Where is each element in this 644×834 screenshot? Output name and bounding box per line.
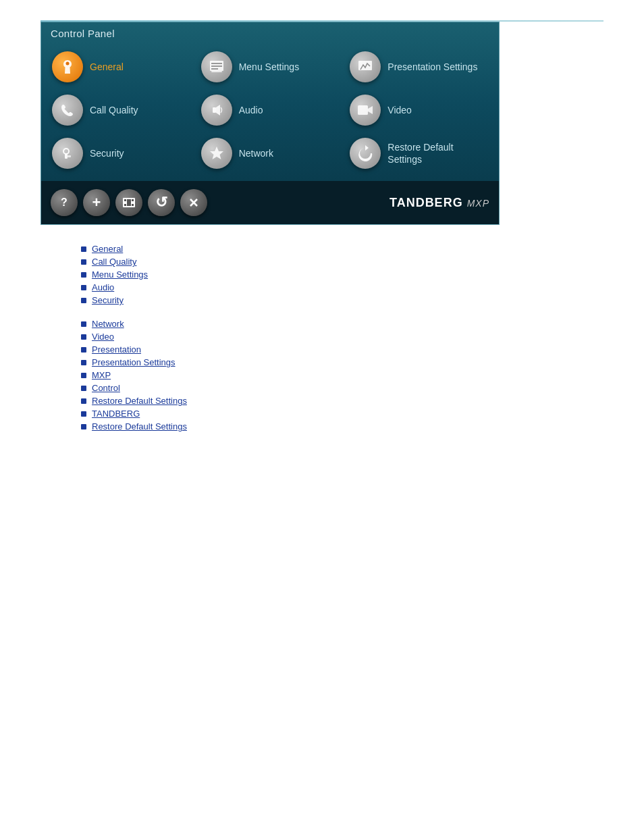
link-general[interactable]: General — [92, 244, 123, 254]
video-label: Video — [387, 104, 412, 116]
restore-icon — [350, 138, 381, 169]
svg-rect-12 — [65, 153, 68, 159]
list-item: Presentation — [81, 344, 603, 355]
logo-suffix: MXP — [467, 198, 489, 209]
bullet-icon — [81, 424, 86, 429]
cp-item-general[interactable]: General — [48, 49, 194, 85]
cp-item-presentation[interactable]: Presentation Settings — [346, 49, 492, 85]
list-item: Restore Default Settings — [81, 421, 603, 432]
link-call-quality[interactable]: Call Quality — [92, 257, 136, 267]
security-label: Security — [90, 147, 124, 159]
svg-rect-18 — [132, 199, 134, 201]
list-item: Control — [81, 383, 603, 393]
list-item: Audio — [81, 282, 603, 292]
bullet-icon — [81, 334, 86, 340]
svg-rect-4 — [211, 66, 222, 67]
list-item: Menu Settings — [81, 269, 603, 280]
list-item: Restore Default Settings — [81, 396, 603, 406]
list-item: MXP — [81, 370, 603, 380]
bullet-icon — [81, 285, 86, 290]
svg-rect-17 — [124, 204, 126, 206]
link-group-1: General Call Quality Menu Settings Audio… — [81, 244, 603, 305]
svg-point-11 — [63, 149, 69, 154]
close-button[interactable] — [180, 189, 207, 216]
cp-item-video[interactable]: Video — [346, 92, 492, 128]
cp-item-security[interactable]: Security — [48, 135, 194, 172]
bullet-icon — [81, 411, 86, 417]
link-control[interactable]: Control — [92, 383, 120, 393]
call-quality-icon — [52, 95, 83, 126]
general-label: General — [90, 61, 124, 73]
tandberg-logo: TANDBERG MXP — [390, 196, 489, 210]
svg-rect-13 — [68, 155, 71, 157]
links-section: General Call Quality Menu Settings Audio… — [41, 244, 603, 432]
list-item: TANDBERG — [81, 409, 603, 419]
link-presentation-settings[interactable]: Presentation Settings — [92, 357, 176, 367]
logo-text: TANDBERG — [390, 196, 463, 209]
svg-rect-5 — [211, 68, 218, 70]
bullet-icon — [81, 246, 86, 252]
link-security[interactable]: Security — [92, 295, 124, 305]
control-panel-toolbar: ? + ↺ TANDBERG — [41, 181, 499, 224]
link-audio[interactable]: Audio — [92, 282, 114, 292]
audio-label: Audio — [239, 104, 263, 116]
video-icon — [350, 95, 381, 126]
svg-marker-8 — [216, 105, 220, 115]
security-icon — [52, 138, 83, 169]
cp-item-menu-settings[interactable]: Menu Settings — [197, 49, 344, 85]
bullet-icon — [81, 272, 86, 278]
list-item: Video — [81, 332, 603, 342]
list-item: General — [81, 244, 603, 254]
menu-settings-icon — [201, 51, 232, 82]
refresh-button[interactable]: ↺ — [148, 189, 175, 216]
svg-rect-7 — [213, 107, 216, 113]
network-label: Network — [239, 147, 273, 159]
link-network[interactable]: Network — [92, 319, 124, 329]
link-menu-settings[interactable]: Menu Settings — [92, 269, 148, 280]
cp-item-network[interactable]: Network — [197, 135, 344, 172]
network-icon — [201, 138, 232, 169]
svg-rect-20 — [127, 199, 131, 206]
link-restore-default-settings[interactable]: Restore Default Settings — [92, 396, 187, 406]
bullet-icon — [81, 386, 86, 391]
bullet-icon — [81, 347, 86, 353]
bullet-icon — [81, 360, 86, 365]
control-panel: Control Panel General — [41, 22, 500, 225]
cp-item-restore[interactable]: Restore Default Settings — [346, 135, 492, 172]
menu-settings-label: Menu Settings — [239, 61, 300, 73]
link-mxp[interactable]: MXP — [92, 370, 111, 380]
link-video[interactable]: Video — [92, 332, 114, 342]
link-presentation[interactable]: Presentation — [92, 344, 141, 355]
svg-rect-2 — [211, 71, 222, 72]
list-item: Security — [81, 295, 603, 305]
svg-rect-3 — [211, 63, 222, 64]
list-item: Network — [81, 319, 603, 329]
svg-point-0 — [66, 62, 70, 66]
link-group-2: Network Video Presentation Presentation … — [81, 319, 603, 432]
presentation-label: Presentation Settings — [387, 61, 477, 73]
bullet-icon — [81, 259, 86, 265]
svg-rect-16 — [124, 199, 126, 201]
control-panel-grid: General Menu Settings — [41, 43, 499, 181]
list-item: Presentation Settings — [81, 357, 603, 367]
bullet-icon — [81, 321, 86, 327]
restore-label: Restore Default Settings — [387, 141, 488, 165]
svg-marker-14 — [210, 147, 223, 159]
control-panel-title: Control Panel — [41, 22, 499, 43]
cp-item-audio[interactable]: Audio — [197, 92, 344, 128]
add-button[interactable]: + — [83, 189, 110, 216]
bullet-icon — [81, 298, 86, 303]
presentation-icon — [350, 51, 381, 82]
bullet-icon — [81, 398, 86, 404]
bullet-icon — [81, 373, 86, 378]
link-restore-default-settings-2[interactable]: Restore Default Settings — [92, 421, 187, 432]
film-button[interactable] — [115, 189, 142, 216]
audio-icon — [201, 95, 232, 126]
cp-item-call-quality[interactable]: Call Quality — [48, 92, 194, 128]
svg-rect-9 — [358, 105, 368, 115]
svg-rect-19 — [132, 204, 134, 206]
link-tandberg[interactable]: TANDBERG — [92, 409, 140, 419]
svg-marker-10 — [368, 106, 373, 114]
help-button[interactable]: ? — [51, 189, 78, 216]
general-icon — [52, 51, 83, 82]
